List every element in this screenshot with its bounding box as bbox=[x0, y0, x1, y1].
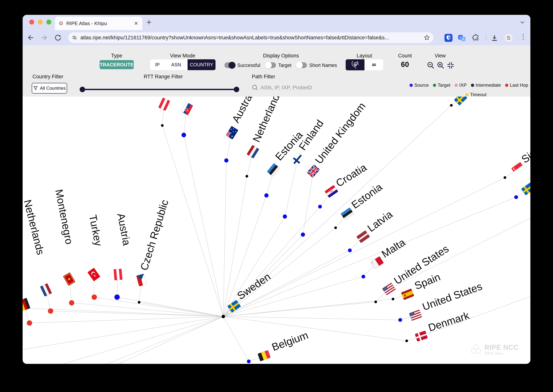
rtt-slider-track[interactable] bbox=[82, 89, 237, 90]
layout-linear-button[interactable] bbox=[365, 59, 383, 70]
hop-dot-blue[interactable] bbox=[247, 359, 251, 363]
traffic-light-maximize[interactable] bbox=[46, 20, 51, 25]
translate-icon[interactable]: 文A bbox=[458, 34, 466, 42]
graph-node-slovakia[interactable] bbox=[181, 102, 193, 137]
graph-node-belgium[interactable]: Belgium bbox=[247, 329, 310, 363]
graph-node-netherlands[interactable]: Netherlands bbox=[246, 97, 284, 178]
graph-node-germany[interactable] bbox=[23, 298, 32, 326]
rtt-slider-handle-min[interactable] bbox=[80, 87, 85, 92]
rtt-slider-handle-max[interactable] bbox=[234, 87, 239, 92]
hop-dot-blue[interactable] bbox=[224, 158, 228, 162]
new-tab-button[interactable]: + bbox=[146, 17, 152, 27]
graph-node-sweden[interactable] bbox=[450, 97, 467, 107]
bitwarden-icon[interactable] bbox=[444, 34, 452, 42]
flag-at-icon[interactable] bbox=[158, 98, 170, 111]
traffic-light-minimize[interactable] bbox=[38, 20, 43, 25]
hop-dot-black[interactable] bbox=[405, 340, 408, 342]
toggle-target[interactable] bbox=[265, 62, 276, 68]
hop-dot-red[interactable] bbox=[48, 308, 53, 314]
tab-close-icon[interactable]: ✕ bbox=[133, 21, 139, 26]
flag-hr-icon[interactable] bbox=[325, 185, 338, 198]
all-countries-button[interactable]: All Countries bbox=[32, 83, 67, 93]
graph-node-montenegro[interactable]: Montenegro bbox=[53, 188, 75, 306]
flag-ee-icon[interactable] bbox=[267, 163, 280, 177]
hop-dot-black[interactable] bbox=[334, 226, 337, 229]
download-icon[interactable] bbox=[491, 34, 498, 42]
graph-node-turkey[interactable]: Turkey bbox=[87, 214, 104, 300]
flag-gb-icon[interactable] bbox=[307, 164, 320, 178]
hop-dot-black[interactable] bbox=[392, 298, 394, 300]
graph-node-netherlands[interactable]: Netherlands bbox=[23, 198, 53, 314]
flag-ee-icon[interactable] bbox=[340, 207, 354, 220]
extensions-puzzle-icon[interactable] bbox=[472, 34, 480, 42]
hop-dot-red[interactable] bbox=[92, 294, 97, 300]
toggle-successful[interactable] bbox=[224, 62, 235, 68]
reload-icon[interactable] bbox=[54, 34, 62, 42]
flag-de-icon[interactable] bbox=[23, 298, 30, 311]
bookmark-star-icon[interactable] bbox=[424, 35, 430, 41]
graph-node-united-states[interactable]: United States bbox=[398, 280, 484, 322]
flag-se-icon[interactable] bbox=[521, 182, 530, 196]
flag-sg-icon[interactable] bbox=[511, 162, 525, 175]
hop-dot-blue[interactable] bbox=[348, 248, 352, 252]
hop-dot-black[interactable] bbox=[504, 176, 506, 179]
hop-dot-black[interactable] bbox=[450, 104, 453, 107]
graph-node-finland[interactable]: Finland bbox=[283, 118, 326, 219]
flag-nl-icon[interactable] bbox=[247, 145, 259, 158]
s-extension-icon[interactable]: S bbox=[505, 34, 512, 42]
view-mode-option-country[interactable]: COUNTRY bbox=[187, 59, 215, 70]
hop-dot-black[interactable] bbox=[161, 124, 164, 127]
graph-node-sweden[interactable]: Sweden bbox=[227, 271, 273, 313]
flag-es-icon[interactable] bbox=[401, 289, 414, 300]
path-filter-input[interactable] bbox=[260, 84, 341, 91]
hop-dot-blue[interactable] bbox=[318, 205, 322, 209]
flag-us-icon[interactable] bbox=[409, 309, 422, 321]
graph-node-sweden[interactable] bbox=[514, 182, 530, 199]
center-node-dot[interactable] bbox=[221, 315, 225, 318]
hop-dot-blue[interactable] bbox=[264, 193, 269, 197]
omnibox[interactable]: atlas.ripe.net/khipu/121611769/country?s… bbox=[68, 32, 434, 43]
hop-dot-red[interactable] bbox=[69, 300, 74, 306]
zoom-out-button[interactable] bbox=[427, 61, 435, 70]
hop-dot-blue[interactable] bbox=[114, 294, 120, 300]
flag-lv-icon[interactable] bbox=[356, 230, 370, 243]
flag-se-icon[interactable] bbox=[454, 97, 468, 105]
zoom-in-button[interactable] bbox=[436, 61, 445, 70]
forward-icon[interactable] bbox=[41, 34, 48, 42]
fit-view-button[interactable] bbox=[446, 61, 455, 70]
hop-dot-blue[interactable] bbox=[361, 275, 365, 279]
hop-dot-red[interactable] bbox=[27, 320, 32, 326]
chevron-down-icon[interactable] bbox=[519, 19, 525, 26]
hop-dot-blue[interactable] bbox=[514, 195, 518, 199]
flag-tr-icon[interactable] bbox=[87, 268, 100, 281]
graph-node-singapore[interactable]: Singapore bbox=[504, 128, 530, 179]
traffic-light-close[interactable] bbox=[29, 20, 34, 25]
layout-radial-button[interactable] bbox=[346, 59, 365, 70]
khipu-map[interactable]: NetherlandsMontenegroTurkeyAustriaCzech … bbox=[23, 97, 530, 364]
graph-node-czech-republic[interactable]: Czech Republic bbox=[136, 198, 171, 304]
back-icon[interactable] bbox=[27, 34, 35, 42]
view-mode-option-ip[interactable]: IP bbox=[150, 59, 165, 70]
hop-dot-black[interactable] bbox=[246, 175, 248, 178]
flag-fi-icon[interactable] bbox=[291, 153, 304, 166]
hop-dot-black[interactable] bbox=[374, 301, 377, 303]
flag-nl-icon[interactable] bbox=[40, 283, 52, 297]
flag-mt-icon[interactable] bbox=[370, 256, 384, 269]
hop-dot-black[interactable] bbox=[138, 301, 140, 304]
graph-node-austria[interactable]: Austria bbox=[114, 212, 133, 300]
flag-cz-icon[interactable] bbox=[136, 274, 147, 287]
site-info-tune-icon[interactable] bbox=[72, 35, 77, 41]
toggle-short-names[interactable] bbox=[296, 62, 307, 68]
hop-dot-blue[interactable] bbox=[283, 214, 287, 219]
hop-dot-blue[interactable] bbox=[301, 232, 305, 237]
flag-be-icon[interactable] bbox=[258, 350, 271, 361]
flag-sk-icon[interactable] bbox=[181, 102, 193, 115]
hop-dot-blue[interactable] bbox=[398, 318, 402, 322]
browser-tab[interactable]: RIPE Atlas - Khipu ✕ bbox=[55, 17, 142, 30]
kebab-menu-icon[interactable]: ⋮ bbox=[520, 33, 527, 41]
hop-dot-blue[interactable] bbox=[181, 133, 186, 137]
flag-at-icon[interactable] bbox=[114, 269, 123, 280]
flag-dk-icon[interactable] bbox=[415, 331, 428, 342]
graph-node-austria[interactable] bbox=[158, 98, 170, 127]
view-mode-option-asn[interactable]: ASN bbox=[165, 59, 187, 70]
